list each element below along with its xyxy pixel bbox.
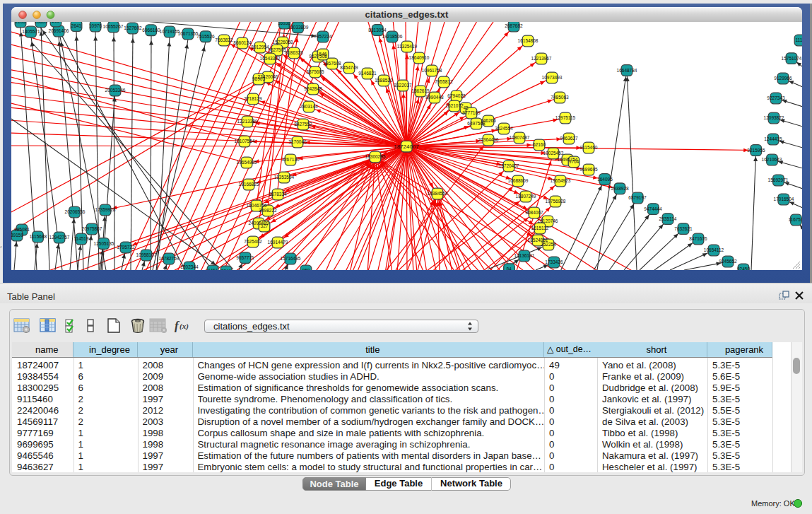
svg-text:62160: 62160 bbox=[533, 142, 546, 147]
svg-text:9474444: 9474444 bbox=[644, 206, 662, 211]
svg-text:16120746: 16120746 bbox=[538, 218, 558, 223]
svg-text:8878334: 8878334 bbox=[269, 192, 287, 197]
svg-text:9146821: 9146821 bbox=[358, 71, 377, 76]
svg-text:18807249: 18807249 bbox=[516, 194, 536, 199]
svg-text:8322037: 8322037 bbox=[394, 83, 412, 88]
svg-text:12942757: 12942757 bbox=[49, 235, 70, 240]
svg-text:15226058: 15226058 bbox=[273, 40, 293, 45]
svg-text:20364436: 20364436 bbox=[478, 137, 499, 142]
svg-text:1244415: 1244415 bbox=[764, 136, 782, 141]
svg-text:8660124: 8660124 bbox=[233, 40, 252, 45]
svg-text:18724007: 18724007 bbox=[394, 144, 419, 150]
svg-text:114519: 114519 bbox=[73, 236, 89, 241]
svg-text:1795722: 1795722 bbox=[117, 245, 135, 250]
svg-text:8186328: 8186328 bbox=[285, 50, 303, 55]
svg-text:7955812: 7955812 bbox=[435, 79, 453, 84]
svg-text:2867608: 2867608 bbox=[323, 61, 341, 66]
svg-text:19384554: 19384554 bbox=[428, 191, 448, 196]
svg-text:3624554: 3624554 bbox=[495, 126, 513, 131]
svg-text:10107554: 10107554 bbox=[235, 139, 255, 144]
svg-text:16046756: 16046756 bbox=[247, 203, 267, 208]
svg-text:9704: 9704 bbox=[569, 159, 579, 164]
svg-text:327: 327 bbox=[261, 223, 269, 228]
svg-text:16543392: 16543392 bbox=[260, 56, 281, 61]
svg-text:10655267: 10655267 bbox=[103, 24, 124, 29]
svg-text:19218506: 19218506 bbox=[382, 34, 403, 39]
svg-text:10671355: 10671355 bbox=[178, 31, 199, 36]
svg-text:10807487: 10807487 bbox=[510, 135, 530, 140]
svg-text:2935114: 2935114 bbox=[659, 216, 677, 221]
svg-text:9657771: 9657771 bbox=[236, 255, 254, 260]
svg-text:14136141: 14136141 bbox=[514, 253, 535, 258]
svg-text:9129966: 9129966 bbox=[774, 76, 792, 81]
svg-text:84: 84 bbox=[506, 267, 512, 270]
svg-text:16154808: 16154808 bbox=[518, 38, 539, 43]
svg-text:7357224: 7357224 bbox=[314, 34, 332, 39]
svg-text:2641: 2641 bbox=[71, 23, 82, 28]
svg-text:209: 209 bbox=[52, 22, 60, 23]
svg-text:16210643: 16210643 bbox=[762, 157, 782, 162]
svg-text:(x): (x) bbox=[180, 322, 189, 331]
svg-text:15716485: 15716485 bbox=[281, 256, 301, 261]
svg-text:16782759: 16782759 bbox=[159, 256, 180, 261]
svg-text:9242848: 9242848 bbox=[304, 86, 322, 91]
svg-text:3267130: 3267130 bbox=[281, 157, 300, 162]
svg-text:985081: 985081 bbox=[14, 227, 30, 232]
svg-text:17016504: 17016504 bbox=[774, 197, 794, 201]
svg-text:11325419: 11325419 bbox=[397, 44, 418, 49]
svg-text:7632621: 7632621 bbox=[674, 226, 693, 231]
svg-text:1202344: 1202344 bbox=[180, 264, 199, 269]
svg-text:15720407: 15720407 bbox=[499, 163, 519, 168]
svg-text:11353594: 11353594 bbox=[274, 175, 295, 180]
svg-text:1527602: 1527602 bbox=[124, 25, 142, 30]
svg-text:20691406: 20691406 bbox=[49, 28, 69, 33]
svg-text:20975867: 20975867 bbox=[82, 226, 102, 231]
svg-text:17359928: 17359928 bbox=[95, 207, 116, 212]
svg-text:7663822: 7663822 bbox=[215, 37, 233, 42]
svg-text:15692971: 15692971 bbox=[768, 177, 789, 182]
svg-text:3170046: 3170046 bbox=[288, 139, 307, 144]
svg-text:164095: 164095 bbox=[597, 177, 613, 182]
svg-text:9227343: 9227343 bbox=[767, 95, 785, 100]
svg-text:12213967: 12213967 bbox=[531, 56, 552, 61]
svg-text:6879197: 6879197 bbox=[628, 195, 647, 200]
svg-text:19166825: 19166825 bbox=[239, 182, 259, 187]
svg-text:1111: 1111 bbox=[795, 37, 802, 42]
svg-text:8912954: 8912954 bbox=[251, 45, 269, 49]
svg-text:116753: 116753 bbox=[788, 217, 802, 222]
svg-text:98903: 98903 bbox=[252, 76, 265, 81]
svg-text:1405571: 1405571 bbox=[22, 29, 40, 34]
svg-text:546: 546 bbox=[319, 52, 327, 57]
svg-text:15751074: 15751074 bbox=[782, 56, 802, 61]
svg-text:12093872: 12093872 bbox=[764, 115, 784, 120]
svg-text:9245652: 9245652 bbox=[719, 259, 737, 264]
svg-text:18640910: 18640910 bbox=[409, 55, 430, 60]
svg-text:9527505: 9527505 bbox=[268, 47, 286, 52]
svg-text:2718129: 2718129 bbox=[244, 96, 262, 101]
svg-text:10973493: 10973493 bbox=[542, 75, 563, 80]
svg-text:8215955: 8215955 bbox=[747, 148, 765, 153]
svg-text:8990448: 8990448 bbox=[425, 95, 444, 100]
svg-text:3498222: 3498222 bbox=[259, 208, 277, 213]
svg-text:8846: 8846 bbox=[221, 269, 232, 270]
svg-text:9463627: 9463627 bbox=[560, 136, 578, 141]
svg-text:1588520: 1588520 bbox=[375, 78, 393, 83]
svg-text:12975115: 12975115 bbox=[555, 115, 576, 120]
svg-text:9084067: 9084067 bbox=[525, 210, 543, 215]
svg-text:8454749: 8454749 bbox=[340, 65, 358, 70]
svg-text:9115460: 9115460 bbox=[580, 145, 598, 150]
svg-text:7625402: 7625402 bbox=[244, 239, 262, 244]
svg-text:3875685: 3875685 bbox=[306, 69, 324, 74]
svg-text:6966160: 6966160 bbox=[142, 28, 160, 33]
svg-text:16914479: 16914479 bbox=[268, 240, 288, 245]
svg-text:252254: 252254 bbox=[541, 242, 556, 247]
svg-text:1621072: 1621072 bbox=[445, 103, 464, 108]
svg-text:45: 45 bbox=[463, 105, 469, 110]
svg-text:10654112: 10654112 bbox=[704, 247, 724, 252]
svg-text:19756928: 19756928 bbox=[546, 199, 566, 204]
svg-text:9699695: 9699695 bbox=[579, 167, 598, 172]
svg-text:8471676: 8471676 bbox=[689, 236, 707, 241]
svg-text:858: 858 bbox=[302, 268, 310, 270]
svg-text:19654985: 19654985 bbox=[237, 160, 257, 165]
svg-text:1115688: 1115688 bbox=[30, 234, 47, 239]
